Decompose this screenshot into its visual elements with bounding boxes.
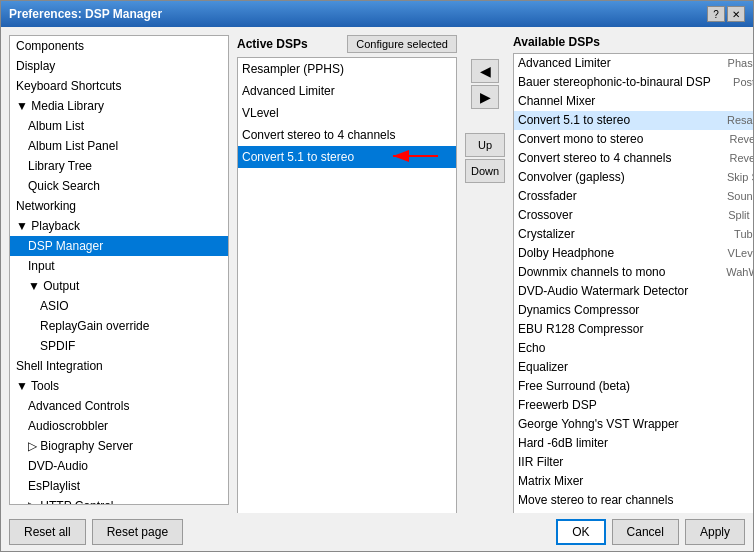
- sidebar-item[interactable]: Keyboard Shortcuts: [10, 76, 228, 96]
- available-dsp-category: Phase: [711, 55, 753, 72]
- dsp-panels: Active DSPs Configure selected Resampler…: [237, 35, 753, 513]
- available-dsp-item[interactable]: Free Surround (beta): [514, 377, 753, 396]
- available-dsp-item[interactable]: Convert stereo to 4 channelsRever: [514, 149, 753, 168]
- available-dsp-name: Bauer stereophonic-to-binaural DSP: [518, 74, 711, 91]
- active-dsp-panel: Active DSPs Configure selected Resampler…: [237, 35, 457, 513]
- available-dsp-name: Advanced Limiter: [518, 55, 711, 72]
- apply-button[interactable]: Apply: [685, 519, 745, 545]
- sidebar-item[interactable]: ▼ Tools: [10, 376, 228, 396]
- available-dsp-name: Equalizer: [518, 359, 711, 376]
- active-dsp-item[interactable]: Advanced Limiter: [238, 80, 456, 102]
- sidebar-item[interactable]: Audioscrobbler: [10, 416, 228, 436]
- active-dsp-item[interactable]: Convert 5.1 to stereo: [238, 146, 456, 168]
- available-dsp-name: Free Surround (beta): [518, 378, 711, 395]
- available-dsp-category: [711, 397, 753, 414]
- transfer-arrow-panel: ◀ ▶ Up Down: [465, 35, 505, 513]
- sidebar-item[interactable]: ASIO: [10, 296, 228, 316]
- sidebar-item[interactable]: ▼ Playback: [10, 216, 228, 236]
- active-dsp-item[interactable]: Convert stereo to 4 channels: [238, 124, 456, 146]
- reset-all-button[interactable]: Reset all: [9, 519, 86, 545]
- sidebar-item[interactable]: ▷ Biography Server: [10, 436, 228, 456]
- available-dsp-category: VLeve: [711, 245, 753, 262]
- available-dsp-item[interactable]: IIR Filter: [514, 453, 753, 472]
- sidebar-item[interactable]: EsPlaylist: [10, 476, 228, 496]
- available-dsp-name: Matrix Mixer: [518, 473, 711, 490]
- sidebar-item[interactable]: Display: [10, 56, 228, 76]
- available-dsp-item[interactable]: CrossoverSplit e: [514, 206, 753, 225]
- sidebar-item[interactable]: Components: [10, 36, 228, 56]
- available-dsp-item[interactable]: Downmix channels to monoWahW: [514, 263, 753, 282]
- available-dsp-category: [711, 340, 753, 357]
- available-dsp-item[interactable]: Channel Mixer: [514, 92, 753, 111]
- bottom-right-buttons: OK Cancel Apply: [556, 519, 745, 545]
- available-dsp-category: WahW: [711, 264, 753, 281]
- cancel-button[interactable]: Cancel: [612, 519, 679, 545]
- reset-page-button[interactable]: Reset page: [92, 519, 183, 545]
- available-dsp-item[interactable]: Dynamics Compressor: [514, 301, 753, 320]
- sidebar-item[interactable]: ReplayGain override: [10, 316, 228, 336]
- active-dsp-item[interactable]: Resampler (PPHS): [238, 58, 456, 80]
- available-dsp-item[interactable]: CrossfaderSound: [514, 187, 753, 206]
- active-dsp-title: Active DSPs: [237, 37, 308, 51]
- available-dsp-name: Channel Mixer: [518, 93, 711, 110]
- move-down-button[interactable]: Down: [465, 159, 505, 183]
- available-dsp-item[interactable]: Dolby HeadphoneVLeve: [514, 244, 753, 263]
- available-dsp-item[interactable]: Matrix Mixer: [514, 472, 753, 491]
- bottom-bar: Reset all Reset page OK Cancel Apply: [1, 513, 753, 551]
- available-dsp-item[interactable]: CrystalizerTube: [514, 225, 753, 244]
- available-dsp-category: Skip S: [711, 169, 753, 186]
- sidebar-item[interactable]: Library Tree: [10, 156, 228, 176]
- sidebar-item[interactable]: Networking: [10, 196, 228, 216]
- move-right-button[interactable]: ▶: [471, 85, 499, 109]
- available-dsp-category: Tube: [711, 226, 753, 243]
- available-dsp-item[interactable]: Convert 5.1 to stereoResan: [514, 111, 753, 130]
- available-dsp-item[interactable]: Convolver (gapless)Skip S: [514, 168, 753, 187]
- sidebar-item[interactable]: ▼ Media Library: [10, 96, 228, 116]
- available-dsp-category: [711, 93, 753, 110]
- available-dsp-name: Dynamics Compressor: [518, 302, 711, 319]
- ok-button[interactable]: OK: [556, 519, 605, 545]
- sidebar-item[interactable]: DVD-Audio: [10, 456, 228, 476]
- sidebar-item[interactable]: SPDIF: [10, 336, 228, 356]
- available-dsp-item[interactable]: Bauer stereophonic-to-binaural DSPPost-: [514, 73, 753, 92]
- available-dsp-category: [711, 492, 753, 509]
- sidebar-item[interactable]: Shell Integration: [10, 356, 228, 376]
- available-dsp-item[interactable]: DVD-Audio Watermark Detector: [514, 282, 753, 301]
- available-dsp-item[interactable]: Move stereo to rear channels: [514, 491, 753, 510]
- available-dsp-item[interactable]: Convert mono to stereoRever: [514, 130, 753, 149]
- available-dsp-list[interactable]: Advanced LimiterPhaseBauer stereophonic-…: [513, 53, 753, 513]
- move-left-button[interactable]: ◀: [471, 59, 499, 83]
- available-dsp-name: Dolby Headphone: [518, 245, 711, 262]
- available-dsp-item[interactable]: Hard -6dB limiter: [514, 434, 753, 453]
- configure-selected-button[interactable]: Configure selected: [347, 35, 457, 53]
- sidebar-item[interactable]: Album List: [10, 116, 228, 136]
- available-dsp-item[interactable]: George Yohng's VST Wrapper: [514, 415, 753, 434]
- available-dsp-name: George Yohng's VST Wrapper: [518, 416, 711, 433]
- active-dsp-header: Active DSPs Configure selected: [237, 35, 457, 53]
- sidebar-item[interactable]: Album List Panel: [10, 136, 228, 156]
- available-dsp-item[interactable]: Freewerb DSP: [514, 396, 753, 415]
- available-dsp-name: Hard -6dB limiter: [518, 435, 711, 452]
- available-dsp-category: Resan: [711, 112, 753, 129]
- available-dsp-item[interactable]: Echo: [514, 339, 753, 358]
- move-up-button[interactable]: Up: [465, 133, 505, 157]
- available-dsp-name: Convert stereo to 4 channels: [518, 150, 711, 167]
- sidebar-item[interactable]: Advanced Controls: [10, 396, 228, 416]
- sidebar-item[interactable]: ▼ Output: [10, 276, 228, 296]
- available-dsp-item[interactable]: Equalizer: [514, 358, 753, 377]
- help-button[interactable]: ?: [707, 6, 725, 22]
- title-bar: Preferences: DSP Manager ? ✕: [1, 1, 753, 27]
- sidebar-item[interactable]: DSP Manager: [10, 236, 228, 256]
- active-dsp-item[interactable]: VLevel: [238, 102, 456, 124]
- available-dsp-category: [711, 359, 753, 376]
- active-dsp-list[interactable]: Resampler (PPHS)Advanced LimiterVLevelCo…: [237, 57, 457, 513]
- sidebar-item[interactable]: Quick Search: [10, 176, 228, 196]
- available-dsp-name: Echo: [518, 340, 711, 357]
- available-dsp-item[interactable]: Advanced LimiterPhase: [514, 54, 753, 73]
- available-dsp-category: Post-: [711, 74, 753, 91]
- close-button[interactable]: ✕: [727, 6, 745, 22]
- available-dsp-name: Freewerb DSP: [518, 397, 711, 414]
- sidebar-item[interactable]: ▷ HTTP Control: [10, 496, 228, 505]
- sidebar-item[interactable]: Input: [10, 256, 228, 276]
- available-dsp-item[interactable]: EBU R128 Compressor: [514, 320, 753, 339]
